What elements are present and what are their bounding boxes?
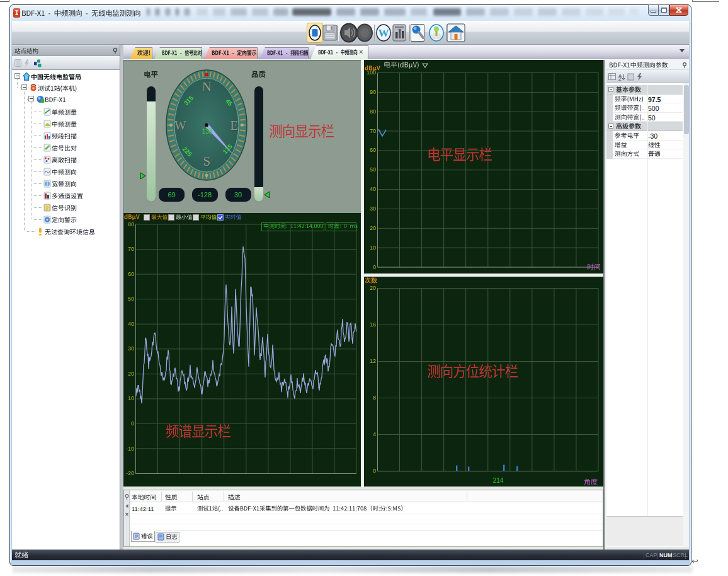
svg-text:W: W xyxy=(378,27,389,39)
svg-text:Z: Z xyxy=(618,76,622,81)
